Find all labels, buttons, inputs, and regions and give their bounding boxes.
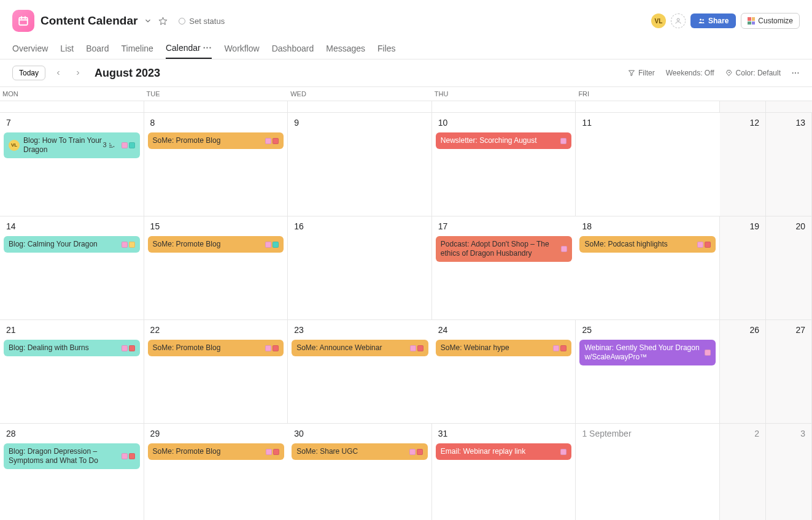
calendar-task[interactable]: Email: Webinar replay link bbox=[436, 443, 572, 460]
calendar-cell[interactable] bbox=[432, 101, 576, 112]
calendar-task[interactable]: Podcast: Adopt Don't Shop – The ethics o… bbox=[436, 236, 573, 262]
project-icon-calendar[interactable] bbox=[12, 10, 34, 32]
calendar-cell[interactable]: 8SoMe: Promote Blog bbox=[144, 113, 288, 216]
task-title: SoMe: Webinar hype bbox=[441, 343, 550, 353]
calendar-task[interactable]: SoMe: Promote Blog bbox=[148, 236, 284, 253]
calendar-cell[interactable]: 11 bbox=[576, 113, 720, 216]
calendar-cell[interactable]: 29SoMe: Promote Blog bbox=[144, 424, 288, 520]
customize-button[interactable]: Customize bbox=[741, 13, 800, 29]
calendar-cell[interactable]: 2 bbox=[720, 424, 766, 520]
calendar-cell[interactable] bbox=[576, 101, 720, 112]
calendar-cell[interactable]: 17Podcast: Adopt Don't Shop – The ethics… bbox=[432, 216, 576, 319]
calendar-task[interactable]: SoMe: Promote Blog bbox=[148, 443, 285, 460]
calendar-cell[interactable]: 30SoMe: Share UGC bbox=[288, 424, 432, 520]
tab-list[interactable]: List bbox=[60, 38, 74, 59]
color-button[interactable]: Color: Default bbox=[725, 69, 781, 77]
project-dropdown-icon[interactable] bbox=[144, 17, 152, 25]
weekends-toggle[interactable]: Weekends: Off bbox=[666, 69, 714, 77]
calendar-task[interactable]: SoMe: Share UGC bbox=[292, 443, 428, 460]
next-month-button[interactable] bbox=[71, 66, 85, 80]
filter-button[interactable]: Filter bbox=[628, 69, 655, 77]
calendar-cell[interactable] bbox=[288, 101, 432, 112]
calendar-task[interactable]: Blog: Calming Your Dragon bbox=[4, 236, 140, 253]
calendar-task[interactable]: SoMe: Podcast highlights bbox=[579, 236, 716, 253]
task-title: Podcast: Adopt Don't Shop – The ethics o… bbox=[441, 240, 558, 258]
task-chips bbox=[122, 242, 135, 248]
date-label: 12 bbox=[720, 113, 765, 130]
task-chip bbox=[561, 246, 567, 252]
calendar-cell[interactable]: 16 bbox=[288, 216, 432, 319]
tab-label: Dashboard bbox=[272, 44, 314, 53]
calendar-task[interactable]: VLBlog: How To Train Your Dragon3 bbox=[4, 132, 140, 158]
calendar-cell[interactable]: 27 bbox=[766, 320, 812, 423]
prev-month-button[interactable] bbox=[52, 66, 65, 80]
task-chip bbox=[410, 345, 416, 351]
calendar-cell[interactable]: 26 bbox=[720, 320, 766, 423]
day-header: MON bbox=[0, 87, 144, 101]
favorite-star-icon[interactable] bbox=[158, 17, 168, 26]
calendar-cell[interactable]: 1 September bbox=[576, 424, 720, 520]
calendar-cell[interactable]: 13 bbox=[766, 113, 812, 216]
day-header bbox=[720, 87, 766, 101]
calendar-task[interactable]: Webinar: Gently Shed Your Dragon w/Scale… bbox=[579, 340, 716, 365]
calendar-cell[interactable]: 22SoMe: Promote Blog bbox=[144, 320, 288, 423]
tab-more-icon[interactable]: ··· bbox=[203, 43, 212, 53]
more-actions-button[interactable]: ··· bbox=[792, 69, 800, 77]
task-title: Newsletter: Scorching August bbox=[441, 136, 557, 145]
project-title[interactable]: Content Calendar bbox=[41, 14, 137, 28]
calendar-task[interactable]: Blog: Dragon Depression – Symptoms and W… bbox=[4, 443, 140, 469]
calendar-cell[interactable]: 24SoMe: Webinar hype bbox=[432, 320, 576, 423]
tab-files[interactable]: Files bbox=[377, 38, 396, 59]
calendar-task[interactable]: SoMe: Promote Blog bbox=[148, 340, 284, 356]
project-header-left: Content Calendar Set status bbox=[12, 10, 230, 32]
tab-workflow[interactable]: Workflow bbox=[224, 38, 259, 59]
svg-rect-0 bbox=[19, 18, 28, 25]
tab-dashboard[interactable]: Dashboard bbox=[272, 38, 314, 59]
calendar-cell[interactable]: 23SoMe: Announce Webinar bbox=[288, 320, 432, 423]
calendar-cell[interactable]: 21Blog: Dealing with Burns bbox=[0, 320, 144, 423]
calendar-task[interactable]: Newsletter: Scorching August bbox=[436, 132, 572, 149]
calendar-cell[interactable]: 3 bbox=[766, 424, 812, 520]
calendar-task[interactable]: SoMe: Announce Webinar bbox=[292, 340, 428, 356]
calendar-cell[interactable]: 14Blog: Calming Your Dragon bbox=[0, 216, 144, 319]
add-member-button[interactable] bbox=[671, 13, 686, 28]
calendar-cell[interactable]: 28Blog: Dragon Depression – Symptoms and… bbox=[0, 424, 144, 520]
today-button[interactable]: Today bbox=[12, 66, 45, 80]
calendar-cell[interactable]: 9 bbox=[288, 113, 432, 216]
calendar-task[interactable]: SoMe: Webinar hype bbox=[436, 340, 572, 356]
task-chip bbox=[122, 242, 128, 248]
calendar-cell[interactable]: 7VLBlog: How To Train Your Dragon3 bbox=[0, 113, 144, 216]
task-chip bbox=[122, 345, 128, 351]
calendar-cell[interactable]: 19 bbox=[720, 216, 766, 319]
calendar-cell[interactable]: 31Email: Webinar replay link bbox=[432, 424, 576, 520]
tab-board[interactable]: Board bbox=[86, 38, 109, 59]
calendar-cell[interactable]: 25Webinar: Gently Shed Your Dragon w/Sca… bbox=[576, 320, 720, 423]
tab-overview[interactable]: Overview bbox=[12, 38, 48, 59]
task-chip bbox=[560, 138, 566, 144]
calendar-cell[interactable] bbox=[720, 101, 766, 112]
subtask-count: 3 bbox=[102, 141, 115, 150]
calendar-cell[interactable] bbox=[0, 101, 144, 112]
avatar[interactable]: VL bbox=[651, 13, 666, 28]
calendar-cell[interactable] bbox=[766, 101, 812, 112]
calendar-cell[interactable] bbox=[144, 101, 288, 112]
tab-timeline[interactable]: Timeline bbox=[122, 38, 153, 59]
calendar-cell[interactable]: 12 bbox=[720, 113, 766, 216]
date-label: 13 bbox=[766, 113, 811, 130]
calendar-cell[interactable]: 20 bbox=[766, 216, 812, 319]
calendar-task[interactable]: SoMe: Promote Blog bbox=[148, 132, 284, 149]
tab-messages[interactable]: Messages bbox=[326, 38, 365, 59]
calendar-cell[interactable]: 18SoMe: Podcast highlights bbox=[576, 216, 720, 319]
tab-calendar[interactable]: Calendar··· bbox=[166, 38, 212, 59]
calendar-cell[interactable]: 15SoMe: Promote Blog bbox=[144, 216, 288, 319]
set-status-button[interactable]: Set status bbox=[174, 15, 230, 28]
project-header-right: VL Share Customize bbox=[651, 13, 800, 29]
share-button[interactable]: Share bbox=[690, 13, 736, 28]
calendar-cell[interactable]: 10Newsletter: Scorching August bbox=[432, 113, 576, 216]
color-label: Color: Default bbox=[736, 69, 781, 77]
task-chip bbox=[273, 242, 279, 248]
filter-label: Filter bbox=[638, 69, 655, 77]
calendar-task[interactable]: Blog: Dealing with Burns bbox=[4, 340, 140, 356]
status-label: Set status bbox=[189, 17, 225, 26]
task-chip bbox=[266, 449, 272, 455]
